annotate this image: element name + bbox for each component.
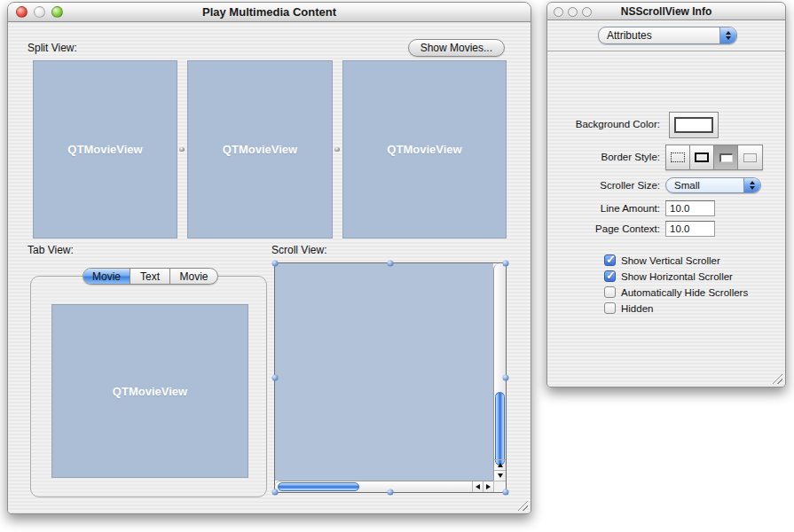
scroller-size-label: Scroller Size: — [600, 180, 660, 191]
border-style-segment[interactable] — [690, 145, 714, 169]
arrow-down-icon — [498, 473, 503, 478]
divider-dimple-icon — [334, 147, 340, 152]
selection-handle[interactable] — [388, 261, 394, 267]
selection-handle[interactable] — [272, 375, 279, 381]
minimize-button-icon[interactable] — [568, 7, 578, 17]
inspector-window-controls — [554, 7, 592, 17]
no-border-icon — [671, 153, 685, 162]
scroll-view-content — [275, 263, 493, 481]
checkmark-icon: ✓ — [606, 253, 616, 266]
selection-handle[interactable] — [272, 489, 279, 496]
horizontal-scrollbar-thumb[interactable] — [278, 482, 359, 491]
show-vertical-scroller-checkbox[interactable]: ✓ — [604, 254, 616, 266]
scroll-view-label: Scroll View: — [271, 244, 326, 256]
auto-hide-scrollers-row[interactable]: ✓ Automatically Hide Scrollers — [604, 286, 748, 299]
checkbox-label: Show Vertical Scroller — [621, 255, 720, 266]
background-color-label: Background Color: — [576, 119, 660, 129]
selection-handle[interactable] — [503, 261, 509, 267]
zoom-button-icon[interactable] — [582, 7, 592, 17]
tab-movie-pane[interactable]: QTMovieView — [51, 304, 248, 478]
inspector-title: NSScrollView Info — [621, 5, 711, 18]
popup-arrows-icon — [719, 27, 736, 43]
movie-pane[interactable]: QTMovieView — [33, 60, 177, 239]
selection-handle[interactable] — [388, 489, 394, 496]
border-style-segment[interactable] — [666, 145, 690, 169]
arrow-left-icon — [476, 484, 480, 489]
border-style-segment[interactable] — [714, 145, 738, 169]
scroll-down-button[interactable] — [494, 470, 506, 481]
arrow-right-icon — [486, 484, 491, 489]
tab-view-label: Tab View: — [28, 244, 74, 256]
scroll-left-button[interactable] — [472, 481, 483, 492]
scroller-size-popup[interactable]: Small — [665, 177, 761, 193]
minimize-button-icon[interactable] — [34, 6, 45, 18]
popup-arrows-icon — [743, 178, 760, 192]
border-style-segment[interactable] — [738, 145, 762, 169]
line-amount-field[interactable]: 10.0 — [665, 200, 715, 216]
main-titlebar[interactable]: Play Multimedia Content — [8, 3, 531, 22]
color-swatch — [674, 117, 713, 133]
show-horizontal-scroller-checkbox[interactable]: ✓ — [604, 270, 616, 282]
vertical-scrollbar[interactable] — [493, 263, 506, 481]
inspector-window: NSScrollView Info Attributes Background … — [546, 2, 786, 387]
border-style-segments — [665, 145, 763, 170]
border-style-label: Border Style: — [601, 152, 660, 162]
movie-pane[interactable]: QTMovieView — [342, 60, 507, 239]
window-title: Play Multimedia Content — [202, 5, 336, 19]
page-context-label: Page Context: — [595, 223, 660, 234]
popup-value: Attributes — [599, 29, 719, 42]
resize-grip-icon[interactable] — [516, 499, 528, 511]
popup-value: Small — [666, 180, 743, 191]
checkbox-label: Show Horizontal Scroller — [621, 271, 733, 282]
horizontal-scrollbar[interactable] — [275, 481, 493, 492]
scroll-right-button[interactable] — [483, 481, 493, 492]
tab-text[interactable]: Text — [130, 269, 170, 284]
auto-hide-scrollers-checkbox[interactable]: ✓ — [604, 286, 616, 298]
show-vertical-scroller-row[interactable]: ✓ Show Vertical Scroller — [604, 254, 720, 267]
line-border-icon — [695, 153, 709, 162]
close-button-icon[interactable] — [16, 6, 28, 18]
split-view-label: Split View: — [28, 42, 77, 54]
checkbox-label: Automatically Hide Scrollers — [621, 287, 748, 298]
tab-movie-2[interactable]: Movie — [170, 269, 217, 284]
split-divider[interactable] — [333, 60, 342, 239]
scroll-view[interactable] — [274, 262, 507, 493]
main-window: Play Multimedia Content Split View: Show… — [7, 2, 531, 514]
tab-movie-1[interactable]: Movie — [83, 269, 130, 284]
inspector-pane-popup[interactable]: Attributes — [598, 27, 737, 44]
selection-handle[interactable] — [503, 375, 509, 381]
window-controls — [16, 6, 63, 18]
hidden-checkbox[interactable]: ✓ — [604, 302, 616, 314]
checkbox-label: Hidden — [621, 303, 653, 314]
zoom-button-icon[interactable] — [51, 6, 63, 18]
tab-bar: Movie Text Movie — [83, 268, 218, 285]
line-amount-label: Line Amount: — [601, 203, 660, 214]
vertical-scrollbar-thumb[interactable] — [495, 392, 505, 466]
background-color-well[interactable] — [669, 112, 719, 138]
resize-grip-icon[interactable] — [771, 372, 782, 384]
hidden-row[interactable]: ✓ Hidden — [604, 301, 653, 315]
scroll-up-button[interactable] — [494, 459, 506, 470]
show-movies-button[interactable]: Show Movies... — [408, 39, 505, 57]
divider-dimple-icon — [179, 147, 185, 152]
toolbar-separator — [547, 51, 785, 51]
inspector-titlebar[interactable]: NSScrollView Info — [547, 3, 785, 20]
split-divider[interactable] — [177, 60, 186, 239]
arrow-up-icon — [498, 463, 503, 467]
selection-handle[interactable] — [272, 261, 279, 267]
selection-handle[interactable] — [503, 489, 509, 496]
show-horizontal-scroller-row[interactable]: ✓ Show Horizontal Scroller — [604, 270, 733, 283]
vertical-scrollbar-arrows — [494, 459, 506, 481]
movie-pane[interactable]: QTMovieView — [187, 60, 333, 239]
groove-border-icon — [743, 153, 757, 162]
bezel-border-icon — [719, 153, 733, 162]
horizontal-scrollbar-arrows — [472, 481, 493, 492]
page-context-field[interactable]: 10.0 — [665, 221, 715, 237]
checkmark-icon: ✓ — [606, 269, 616, 282]
close-button-icon[interactable] — [554, 7, 563, 17]
